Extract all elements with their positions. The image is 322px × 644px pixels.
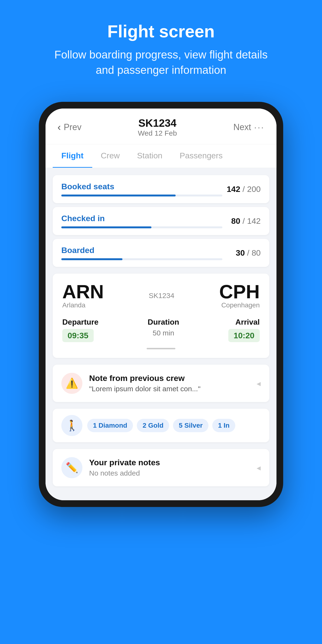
boarded-value: 30 / 80 xyxy=(222,248,261,258)
page-subtitle: Follow boarding progress, view flight de… xyxy=(54,47,268,78)
prev-label[interactable]: Prev xyxy=(64,122,82,132)
nav-left: ‹ Prev xyxy=(58,122,82,133)
page-title: Flight screen xyxy=(54,22,268,41)
scroll-indicator xyxy=(146,348,176,349)
checked-in-value: 80 / 142 xyxy=(222,216,261,226)
pencil-icon: ✏️ xyxy=(66,462,78,474)
departure-time: 09:35 xyxy=(62,329,94,342)
private-icon-wrap: ✏️ xyxy=(61,457,82,478)
note-icon-wrap: ⚠️ xyxy=(61,373,82,394)
note-card[interactable]: ⚠️ Note from previous crew "Lorem ipsum … xyxy=(53,365,269,402)
badge-silver[interactable]: 5 Silver xyxy=(173,419,208,432)
boarded-label: Boarded xyxy=(61,246,222,255)
boarded-bar-track xyxy=(61,258,222,260)
dest-code: CPH xyxy=(219,282,260,302)
checked-in-left: Checked in xyxy=(61,214,222,228)
flight-route: ARN Arlanda SK1234 CPH Copenhagen xyxy=(62,282,260,309)
boarded-card: Boarded 30 / 80 xyxy=(53,239,269,267)
badge-diamond[interactable]: 1 Diamond xyxy=(87,419,133,432)
arrival-label: Arrival xyxy=(236,318,260,326)
flight-number-center: SK1234 xyxy=(149,292,174,300)
dest-airport: CPH Copenhagen xyxy=(219,282,260,309)
phone-wrapper: ‹ Prev SK1234 Wed 12 Feb Next ··· Flight xyxy=(39,102,283,507)
private-notes-subtitle: No notes added xyxy=(89,469,250,477)
phone-frame: ‹ Prev SK1234 Wed 12 Feb Next ··· Flight xyxy=(39,102,283,507)
pax-icon-wrap: 🚶 xyxy=(61,415,82,436)
passenger-icon: 🚶 xyxy=(66,419,78,432)
boarded-bar-fill xyxy=(61,258,122,260)
next-label[interactable]: Next xyxy=(233,122,251,132)
checkin-bar-track xyxy=(61,226,222,228)
note-chevron-icon: ◂ xyxy=(256,378,261,388)
booked-seats-label: Booked seats xyxy=(61,182,222,191)
warning-icon: ⚠️ xyxy=(66,377,78,389)
checkin-bar-fill xyxy=(61,226,152,228)
nav-flight-number: SK1234 xyxy=(138,117,177,129)
tab-passengers[interactable]: Passengers xyxy=(171,144,232,168)
page-header: Flight screen Follow boarding progress, … xyxy=(40,0,282,92)
departure-label: Departure xyxy=(62,318,98,326)
booked-seats-card: Booked seats 142 / 200 xyxy=(53,175,269,203)
passengers-badges-card[interactable]: 🚶 1 Diamond 2 Gold 5 Silver 1 In xyxy=(53,409,269,442)
arrival-time: 10:20 xyxy=(228,329,260,342)
tabs-bar: Flight Crew Station Passengers xyxy=(46,144,276,168)
note-body: "Lorem ipsum dolor sit amet con..." xyxy=(89,385,250,393)
tab-station[interactable]: Station xyxy=(128,144,171,168)
badge-gold[interactable]: 2 Gold xyxy=(137,419,169,432)
checked-in-card: Checked in 80 / 142 xyxy=(53,207,269,235)
nav-bar: ‹ Prev SK1234 Wed 12 Feb Next ··· xyxy=(46,108,276,144)
origin-airport: ARN Arlanda xyxy=(62,282,104,309)
duration-value: 50 min xyxy=(152,329,174,337)
dest-name: Copenhagen xyxy=(219,302,260,309)
tab-crew[interactable]: Crew xyxy=(92,144,128,168)
back-icon[interactable]: ‹ xyxy=(58,122,61,133)
screen-inner: ‹ Prev SK1234 Wed 12 Feb Next ··· Flight xyxy=(46,108,276,500)
main-content: Booked seats 142 / 200 xyxy=(46,168,276,500)
stats-section: Booked seats 142 / 200 xyxy=(53,175,269,267)
private-content: Your private notes No notes added xyxy=(89,458,250,477)
phone-screen: ‹ Prev SK1234 Wed 12 Feb Next ··· Flight xyxy=(46,108,276,500)
duration-label: Duration xyxy=(148,318,179,326)
boarded-left: Boarded xyxy=(61,246,222,260)
private-notes-card[interactable]: ✏️ Your private notes No notes added ◂ xyxy=(53,449,269,486)
badges-row: 1 Diamond 2 Gold 5 Silver 1 In xyxy=(87,419,235,432)
flight-times: Departure 09:35 Duration 50 min Arrival … xyxy=(62,318,260,342)
note-content: Note from previous crew "Lorem ipsum dol… xyxy=(89,374,250,393)
arrival-col: Arrival 10:20 xyxy=(228,318,260,342)
badge-other[interactable]: 1 In xyxy=(212,419,235,432)
departure-col: Departure 09:35 xyxy=(62,318,98,342)
private-notes-title: Your private notes xyxy=(89,458,250,467)
nav-center: SK1234 Wed 12 Feb xyxy=(138,117,177,137)
booked-bar-fill xyxy=(61,194,176,196)
booked-bar-track xyxy=(61,194,222,196)
checked-in-label: Checked in xyxy=(61,214,222,223)
tab-flight[interactable]: Flight xyxy=(53,144,92,168)
more-options-icon[interactable]: ··· xyxy=(254,122,264,133)
booked-seats-value: 142 / 200 xyxy=(222,184,261,194)
origin-code: ARN xyxy=(62,282,104,302)
nav-right: Next ··· xyxy=(233,122,264,133)
flight-card: ARN Arlanda SK1234 CPH Copenhagen xyxy=(53,274,269,358)
nav-date: Wed 12 Feb xyxy=(138,129,177,137)
private-notes-chevron-icon: ◂ xyxy=(256,463,261,472)
origin-name: Arlanda xyxy=(62,302,104,309)
duration-col: Duration 50 min xyxy=(148,318,179,337)
booked-seats-left: Booked seats xyxy=(61,182,222,196)
note-title: Note from previous crew xyxy=(89,374,250,383)
